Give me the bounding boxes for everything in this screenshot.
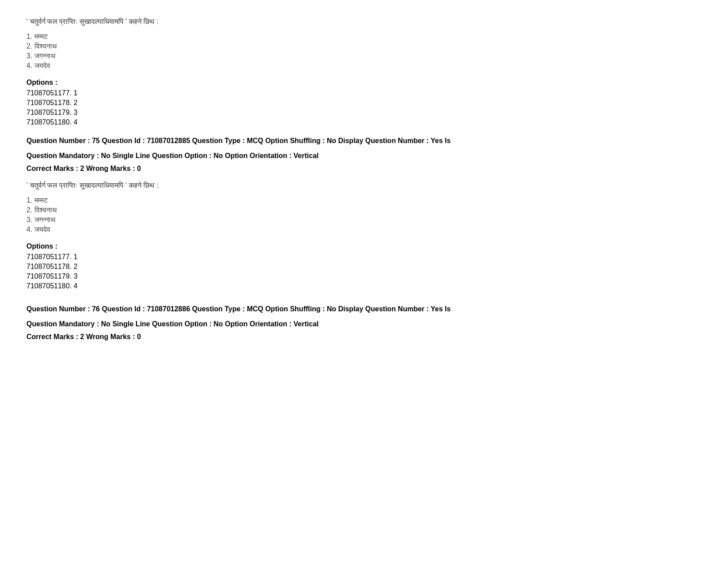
question-75-marks: Correct Marks : 2 Wrong Marks : 0 bbox=[26, 165, 702, 173]
question-76-marks: Correct Marks : 2 Wrong Marks : 0 bbox=[26, 333, 702, 341]
question-75-meta-line1: Question Number : 75 Question Id : 71087… bbox=[26, 135, 702, 147]
partial-question-text: ' चतुर्वर्ग फल प्राप्तिः सुखादल्पाधियामप… bbox=[26, 18, 702, 26]
partial-option-3: 3. जगन्नाथ bbox=[26, 52, 702, 60]
question-75-block: Question Number : 75 Question Id : 71087… bbox=[26, 135, 702, 290]
question-75-meta-line2: Question Mandatory : No Single Line Ques… bbox=[26, 150, 702, 162]
partial-option-id-4: 71087051180. 4 bbox=[26, 118, 702, 126]
question-76-meta-line1: Question Number : 76 Question Id : 71087… bbox=[26, 303, 702, 315]
question-75-option-id-2: 71087051178. 2 bbox=[26, 263, 702, 271]
partial-option-2: 2. विश्वनाथ bbox=[26, 42, 702, 50]
question-76-meta-line2: Question Mandatory : No Single Line Ques… bbox=[26, 318, 702, 330]
question-75-option-id-4: 71087051180. 4 bbox=[26, 282, 702, 290]
question-75-option-id-1: 71087051177. 1 bbox=[26, 253, 702, 261]
partial-question-block: ' चतुर्वर्ग फल प्राप्तिः सुखादल्पाधियामप… bbox=[26, 18, 702, 126]
partial-options-list: 1. मम्मट 2. विश्वनाथ 3. जगन्नाथ 4. जयदेव bbox=[26, 33, 702, 70]
partial-option-id-1: 71087051177. 1 bbox=[26, 89, 702, 97]
question-75-option-4: 4. जयदेव bbox=[26, 226, 702, 234]
question-75-options-label: Options : bbox=[26, 242, 702, 250]
question-76-block: Question Number : 76 Question Id : 71087… bbox=[26, 303, 702, 341]
partial-option-id-3: 71087051179. 3 bbox=[26, 109, 702, 117]
question-75-option-3: 3. जगन्नाथ bbox=[26, 216, 702, 224]
partial-option-1: 1. मम्मट bbox=[26, 33, 702, 41]
question-75-text: ' चतुर्वर्ग फल प्राप्तिः सुखादल्पाधियामप… bbox=[26, 181, 702, 189]
partial-option-id-2: 71087051178. 2 bbox=[26, 99, 702, 107]
question-75-options-list: 1. मम्मट 2. विश्वनाथ 3. जगन्नाथ 4. जयदेव bbox=[26, 196, 702, 234]
question-75-option-id-3: 71087051179. 3 bbox=[26, 272, 702, 280]
question-75-option-1: 1. मम्मट bbox=[26, 196, 702, 204]
partial-options-label: Options : bbox=[26, 79, 702, 87]
question-75-option-2: 2. विश्वनाथ bbox=[26, 206, 702, 214]
partial-option-4: 4. जयदेव bbox=[26, 62, 702, 70]
